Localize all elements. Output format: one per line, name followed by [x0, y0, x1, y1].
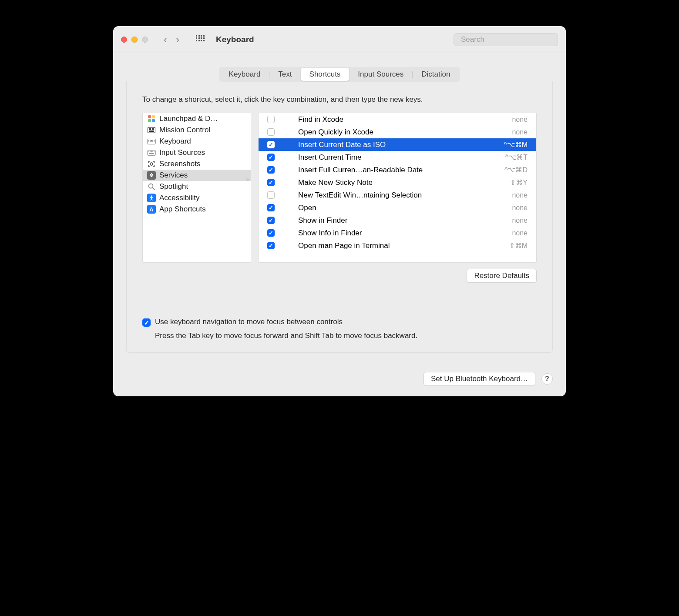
sidebar-item-app-shortcuts[interactable]: AApp Shortcuts	[143, 204, 251, 215]
svg-rect-9	[148, 140, 149, 141]
below-list: Restore Defaults	[142, 269, 537, 283]
shortcut-row[interactable]: New TextEdit Win…ntaining Selectionnone	[259, 189, 536, 201]
tab-text[interactable]: Text	[269, 68, 300, 81]
sidebar-item-input-sources[interactable]: Input Sources	[143, 147, 251, 158]
svg-rect-17	[148, 150, 156, 155]
sidebar-item-label: Screenshots	[159, 160, 201, 168]
shortcut-checkbox[interactable]	[267, 154, 275, 161]
tab-shortcuts[interactable]: Shortcuts	[301, 68, 350, 81]
keyboard-nav-label: Use keyboard navigation to move focus be…	[155, 318, 417, 326]
shortcut-row[interactable]: Open Quickly in Xcodenone	[259, 126, 536, 138]
sidebar-item-services[interactable]: ✻Services	[143, 170, 251, 181]
setup-bluetooth-button[interactable]: Set Up Bluetooth Keyboard…	[424, 372, 535, 386]
category-sidebar[interactable]: Launchpad & D…Mission ControlKeyboardInp…	[142, 113, 251, 263]
scroll-indicator	[246, 178, 249, 181]
shortcut-checkbox[interactable]	[267, 179, 275, 186]
svg-rect-5	[149, 128, 151, 130]
svg-rect-23	[149, 153, 154, 154]
shortcut-row[interactable]: Find in Xcodenone	[259, 113, 536, 126]
shortcut-row[interactable]: Opennone	[259, 201, 536, 214]
shortcut-key[interactable]: ⇧⌘M	[509, 241, 528, 250]
search-input[interactable]	[461, 35, 553, 44]
minimize-button[interactable]	[131, 37, 138, 43]
shortcut-key[interactable]: ^⌥⌘M	[504, 141, 528, 149]
shortcut-row[interactable]: Show Info in Findernone	[259, 227, 536, 239]
sidebar-item-accessibility[interactable]: Accessibility	[143, 192, 251, 204]
shortcut-checkbox[interactable]	[267, 204, 275, 211]
shortcut-label: Find in Xcode	[298, 115, 506, 124]
instruction-text: To change a shortcut, select it, click t…	[142, 95, 537, 104]
tab-input-sources[interactable]: Input Sources	[349, 68, 412, 81]
sidebar-item-spotlight[interactable]: Spotlight	[143, 181, 251, 192]
forward-button[interactable]: ›	[176, 33, 179, 46]
search-field[interactable]	[454, 33, 558, 46]
sidebar-item-screenshots[interactable]: Screenshots	[143, 158, 251, 170]
mission-control-icon	[147, 126, 156, 134]
svg-rect-18	[148, 151, 149, 152]
shortcut-key[interactable]: none	[512, 217, 528, 224]
svg-rect-11	[151, 140, 152, 141]
shortcut-checkbox[interactable]	[267, 141, 275, 148]
shortcut-checkbox[interactable]	[267, 229, 275, 237]
back-button[interactable]: ‹	[164, 33, 167, 46]
svg-rect-3	[152, 119, 155, 122]
shortcut-key[interactable]: ⇧⌘Y	[510, 178, 528, 187]
nav-arrows: ‹ ›	[164, 33, 179, 46]
bottom-bar: Set Up Bluetooth Keyboard… ?	[113, 363, 566, 396]
svg-rect-16	[154, 141, 155, 142]
window-title: Keyboard	[216, 35, 449, 44]
tab-dictation[interactable]: Dictation	[413, 68, 459, 81]
svg-rect-21	[152, 151, 153, 152]
shortcut-label: Insert Current Time	[298, 153, 499, 162]
keyboard-nav-checkbox[interactable]	[142, 318, 151, 327]
shortcut-key[interactable]: none	[512, 229, 528, 237]
shortcut-label: Open Quickly in Xcode	[298, 128, 506, 137]
spotlight-icon	[147, 182, 156, 191]
shortcut-row[interactable]: Insert Current Time^⌥⌘T	[259, 151, 536, 164]
svg-rect-13	[154, 140, 155, 141]
shortcuts-list[interactable]: Find in XcodenoneOpen Quickly in Xcodeno…	[258, 113, 537, 263]
help-button[interactable]: ?	[541, 373, 553, 385]
shortcut-row[interactable]: Make New Sticky Note⇧⌘Y	[259, 176, 536, 189]
svg-rect-14	[148, 141, 149, 142]
svg-rect-0	[148, 115, 151, 118]
shortcut-row[interactable]: Insert Full Curren…an-Readable Date^⌥⌘D	[259, 164, 536, 176]
show-all-icon[interactable]	[196, 35, 205, 44]
svg-rect-15	[150, 141, 153, 142]
shortcut-checkbox[interactable]	[267, 166, 275, 174]
shortcut-checkbox[interactable]	[267, 217, 275, 224]
shortcut-row[interactable]: Show in Findernone	[259, 214, 536, 227]
svg-rect-6	[152, 128, 154, 130]
window-body: KeyboardTextShortcutsInput SourcesDictat…	[113, 53, 566, 363]
svg-line-26	[153, 188, 155, 190]
zoom-button[interactable]	[142, 37, 148, 43]
shortcut-key[interactable]: none	[512, 116, 528, 124]
svg-rect-4	[148, 127, 155, 133]
svg-rect-10	[150, 140, 151, 141]
shortcut-key[interactable]: none	[512, 191, 528, 199]
shortcut-checkbox[interactable]	[267, 128, 275, 136]
tab-keyboard[interactable]: Keyboard	[220, 68, 269, 81]
shortcut-key[interactable]: none	[512, 204, 528, 212]
shortcut-key[interactable]: ^⌥⌘D	[504, 166, 528, 174]
shortcut-label: Open	[298, 204, 506, 212]
close-button[interactable]	[121, 37, 127, 43]
svg-point-24	[150, 163, 153, 165]
svg-rect-22	[154, 151, 155, 152]
sidebar-item-launchpad-d[interactable]: Launchpad & D…	[143, 113, 251, 124]
sidebar-item-keyboard[interactable]: Keyboard	[143, 136, 251, 147]
svg-rect-12	[152, 140, 153, 141]
shortcut-row[interactable]: Open man Page in Terminal⇧⌘M	[259, 239, 536, 252]
restore-defaults-button[interactable]: Restore Defaults	[467, 269, 537, 283]
sidebar-item-label: Launchpad & D…	[159, 114, 218, 123]
shortcut-checkbox[interactable]	[267, 116, 275, 123]
shortcut-label: Insert Full Curren…an-Readable Date	[298, 166, 498, 174]
shortcut-row[interactable]: Insert Current Date as ISO^⌥⌘M	[259, 138, 536, 151]
shortcut-checkbox[interactable]	[267, 191, 275, 199]
shortcut-key[interactable]: none	[512, 128, 528, 136]
shortcut-key[interactable]: ^⌥⌘T	[505, 153, 528, 161]
svg-rect-7	[149, 131, 154, 132]
screenshots-icon	[147, 160, 156, 168]
sidebar-item-mission-control[interactable]: Mission Control	[143, 124, 251, 136]
shortcut-checkbox[interactable]	[267, 242, 275, 249]
